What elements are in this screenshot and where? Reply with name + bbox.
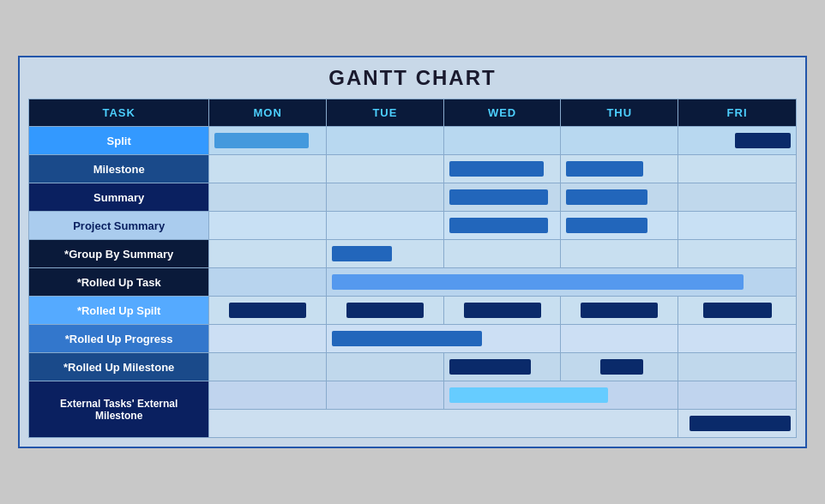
bar-cell <box>209 240 327 268</box>
gantt-bar <box>690 416 791 431</box>
table-row: Split <box>29 127 797 155</box>
bar-cell <box>209 155 327 183</box>
gantt-bar <box>332 274 744 290</box>
task-label: Project Summary <box>29 212 209 240</box>
bar-cell <box>678 381 797 410</box>
bar-cell <box>327 212 444 240</box>
gantt-bar <box>600 359 643 375</box>
gantt-bar <box>449 189 548 205</box>
bar-cell <box>209 183 327 212</box>
bar-cell <box>678 353 797 381</box>
task-label: *Rolled Up Task <box>29 268 209 297</box>
table-row: *Rolled Up Task <box>29 268 797 297</box>
bar-cell-spilt-tue <box>327 297 444 325</box>
bar-cell <box>209 353 327 381</box>
bar-cell-split-fri <box>678 127 797 155</box>
gantt-bar <box>214 133 309 148</box>
bar-cell <box>443 240 561 268</box>
bar-cell-proj-thu <box>561 212 678 240</box>
bar-cell-proj-wed <box>443 212 561 240</box>
bar-cell-ext-wed <box>443 381 677 410</box>
bar-cell <box>327 183 444 212</box>
gantt-bar <box>346 303 424 318</box>
task-label: *Rolled Up Progress <box>29 325 209 353</box>
bar-cell-ext-fri-bottom <box>678 410 797 438</box>
bar-cell <box>678 155 797 183</box>
col-header-tue: TUE <box>327 99 444 127</box>
table-row: *Group By Summary <box>29 240 797 268</box>
gantt-bar <box>332 331 482 346</box>
gantt-bar <box>581 303 658 318</box>
gantt-bar <box>449 359 531 375</box>
bar-cell-summary-wed <box>443 183 561 212</box>
bar-cell <box>678 240 797 268</box>
bar-cell-split-mon <box>209 127 327 155</box>
bar-cell <box>561 325 678 353</box>
gantt-bar <box>449 161 544 177</box>
bar-cell <box>678 212 797 240</box>
col-header-task: TASK <box>29 99 209 127</box>
task-label: Milestone <box>29 155 209 183</box>
table-row: *Rolled Up Milestone <box>29 353 797 381</box>
gantt-table: TASK MON TUE WED THU FRI Split <box>28 99 797 438</box>
header-row: TASK MON TUE WED THU FRI <box>29 99 797 127</box>
bar-cell-spilt-mon <box>209 297 327 325</box>
gantt-bar <box>229 303 306 318</box>
table-row: Milestone <box>29 155 797 183</box>
bar-cell <box>209 212 327 240</box>
bar-cell-split-wed <box>443 127 561 155</box>
bar-cell <box>678 183 797 212</box>
task-label: *Rolled Up Milestone <box>29 353 209 381</box>
bar-cell <box>327 381 444 410</box>
gantt-chart-wrapper: GANTT CHART TASK MON TUE WED THU FRI Spl… <box>18 56 807 448</box>
bar-cell <box>209 325 327 353</box>
gantt-bar <box>332 246 392 261</box>
bar-cell-rmil-wed <box>443 353 561 381</box>
table-row: Project Summary <box>29 212 797 240</box>
bar-cell <box>561 240 678 268</box>
gantt-bar <box>449 387 608 403</box>
bar-cell-spilt-wed <box>443 297 561 325</box>
bar-cell-rmil-thu <box>561 353 678 381</box>
bar-cell-rolled-task <box>327 268 797 297</box>
col-header-wed: WED <box>443 99 561 127</box>
bar-cell-summary-thu <box>561 183 678 212</box>
gantt-bar <box>449 218 548 233</box>
col-header-mon: MON <box>209 99 327 127</box>
gantt-bar <box>566 189 647 205</box>
col-header-fri: FRI <box>678 99 797 127</box>
task-label: External Tasks' External Milestone <box>29 381 209 438</box>
table-row: *Rolled Up Progress <box>29 325 797 353</box>
task-label: *Group By Summary <box>29 240 209 268</box>
gantt-bar <box>566 161 643 177</box>
bar-cell-split-tue <box>327 127 444 155</box>
chart-title: GANTT CHART <box>28 66 797 90</box>
bar-cell-milestone-wed <box>443 155 561 183</box>
task-label: Split <box>29 127 209 155</box>
bar-cell <box>209 268 327 297</box>
task-label: *Rolled Up Spilt <box>29 297 209 325</box>
bar-cell <box>327 155 444 183</box>
bar-cell-milestone-thu <box>561 155 678 183</box>
task-label: Summary <box>29 183 209 212</box>
gantt-bar <box>566 218 647 233</box>
gantt-bar <box>735 133 791 148</box>
gantt-bar <box>703 303 772 318</box>
table-row: Summary <box>29 183 797 212</box>
table-row: *Rolled Up Spilt <box>29 297 797 325</box>
bar-cell <box>209 381 327 410</box>
table-row: External Tasks' External Milestone <box>29 381 797 410</box>
gantt-bar <box>464 303 541 318</box>
bar-cell-group-tue <box>327 240 444 268</box>
bar-cell <box>678 325 797 353</box>
bar-cell-spilt-thu <box>561 297 678 325</box>
bar-cell <box>209 410 678 438</box>
bar-cell-progress <box>327 325 561 353</box>
bar-cell-spilt-fri <box>678 297 797 325</box>
bar-cell-split-thu <box>561 127 678 155</box>
col-header-thu: THU <box>561 99 678 127</box>
bar-cell <box>327 353 444 381</box>
